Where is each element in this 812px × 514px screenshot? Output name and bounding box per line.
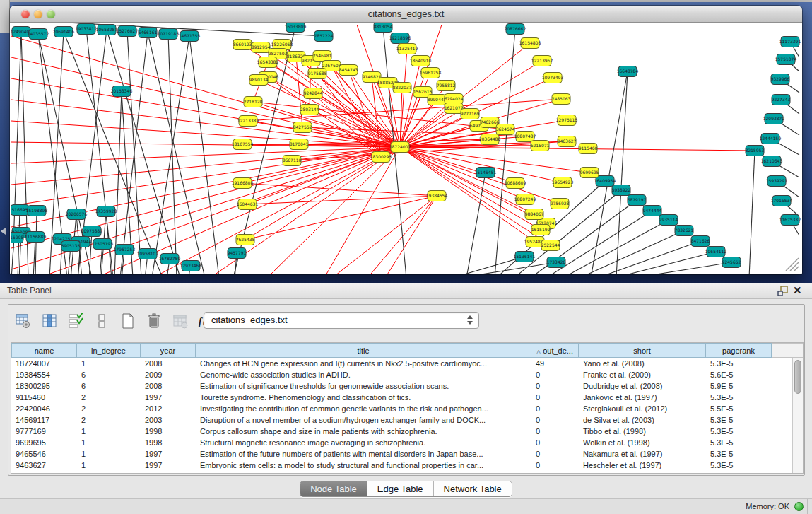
graph-node[interactable]: 3915998 bbox=[11, 233, 24, 243]
graph-node[interactable]: 16961758 bbox=[420, 68, 442, 78]
graph-node[interactable]: 8454743 bbox=[339, 65, 358, 76]
table-cell[interactable]: 2008 bbox=[141, 358, 196, 369]
table-cell[interactable]: 1 bbox=[77, 426, 141, 437]
table-cell[interactable]: Disruption of a novel member of a sodium… bbox=[196, 414, 531, 426]
table-cell[interactable]: 22420046 bbox=[11, 403, 77, 414]
graph-node[interactable]: 9699695 bbox=[580, 168, 599, 178]
graph-node[interactable]: 12975115 bbox=[556, 115, 578, 126]
graph-hub-node[interactable]: 18724007 bbox=[389, 142, 411, 153]
tab-node-table[interactable]: Node Table bbox=[300, 481, 367, 496]
table-selector-dropdown[interactable]: citations_edges.txt bbox=[204, 312, 479, 329]
window-resize-grip[interactable] bbox=[786, 258, 799, 271]
graph-node[interactable]: 3624574 bbox=[496, 124, 515, 135]
table-cell[interactable]: 0 bbox=[531, 414, 579, 426]
table-cell[interactable]: 5.5E-5 bbox=[706, 403, 772, 414]
graph-node[interactable]: 7546981 bbox=[313, 51, 332, 62]
graph-node[interactable]: 7485063 bbox=[552, 94, 571, 105]
graph-edge[interactable] bbox=[749, 151, 755, 274]
table-cell[interactable]: Genome-wide association studies in ADHD. bbox=[196, 369, 531, 380]
graph-node[interactable]: 2803144 bbox=[300, 105, 319, 115]
graph-edge[interactable] bbox=[385, 196, 437, 274]
table-row[interactable]: 977716911998Corpus callosum shape and si… bbox=[11, 426, 793, 437]
table-cell[interactable]: 1 bbox=[77, 460, 141, 471]
graph-node[interactable]: 16782759 bbox=[159, 254, 181, 264]
graph-node[interactable]: 19166808 bbox=[232, 178, 254, 189]
table-cell[interactable]: 6 bbox=[77, 369, 141, 380]
table-cell[interactable]: 5.6E-5 bbox=[706, 369, 772, 380]
table-cell[interactable]: 14569117 bbox=[11, 414, 77, 426]
graph-node[interactable]: 12505195 bbox=[92, 239, 114, 250]
network-window-titlebar[interactable]: citations_edges.txt bbox=[10, 6, 802, 23]
graph-node[interactable]: 20876662 bbox=[505, 24, 526, 35]
column-header-out_de[interactable]: △out_de... bbox=[531, 343, 579, 358]
table-row[interactable]: 1456911722003Disruption of a novel membe… bbox=[11, 414, 793, 426]
column-header-name[interactable]: name bbox=[11, 343, 77, 358]
table-cell[interactable]: 49 bbox=[531, 358, 579, 369]
tab-network-table[interactable]: Network Table bbox=[434, 481, 512, 496]
graph-node[interactable]: 8215953 bbox=[746, 146, 765, 156]
table-cell[interactable]: 9115460 bbox=[11, 392, 77, 403]
graph-edge[interactable] bbox=[625, 262, 731, 274]
graph-node[interactable]: 11675332 bbox=[779, 215, 801, 226]
graph-node[interactable]: 20691406 bbox=[53, 27, 75, 37]
table-row[interactable]: 1830029562008Estimation of significance … bbox=[11, 380, 793, 392]
table-cell[interactable]: 5.3E-5 bbox=[706, 460, 772, 471]
graph-node[interactable]: 20153346 bbox=[111, 86, 133, 97]
select-visible-columns-icon[interactable] bbox=[66, 312, 85, 330]
table-cell[interactable]: Yano et al. (2008) bbox=[579, 358, 706, 369]
window-minimize-button[interactable] bbox=[34, 10, 42, 18]
graph-edge[interactable] bbox=[245, 196, 437, 240]
graph-node[interactable]: 9242844 bbox=[304, 88, 323, 99]
graph-node[interactable]: 7625435 bbox=[236, 235, 255, 245]
graph-node[interactable]: 12093872 bbox=[763, 114, 785, 124]
network-window[interactable]: citations_edges.txt 12490404140355722069… bbox=[10, 6, 802, 274]
table-cell[interactable]: Investigating the contribution of common… bbox=[196, 403, 531, 414]
table-cell[interactable]: 0 bbox=[531, 426, 579, 437]
graph-node[interactable]: 17016534 bbox=[771, 196, 793, 206]
table-cell[interactable]: Wolkin et al. (1998) bbox=[579, 437, 706, 448]
graph-node[interactable]: 10958107 bbox=[137, 249, 159, 259]
graph-node[interactable]: 20364486 bbox=[479, 134, 501, 145]
graph-node[interactable]: 19654923 bbox=[552, 177, 574, 188]
graph-node[interactable]: 2522544 bbox=[541, 240, 560, 251]
graph-node[interactable]: 18300295 bbox=[370, 152, 392, 163]
graph-node[interactable]: 17957253 bbox=[114, 245, 136, 255]
graph-node[interactable]: 16044631 bbox=[237, 199, 259, 210]
graph-node[interactable]: 8471626 bbox=[691, 236, 710, 247]
graph-node[interactable]: 1615192 bbox=[531, 225, 551, 235]
graph-node[interactable]: 6216071 bbox=[531, 141, 550, 151]
graph-edge[interactable] bbox=[242, 183, 437, 196]
table-cell[interactable]: 19384554 bbox=[11, 369, 77, 380]
table-cell[interactable]: 1 bbox=[77, 358, 141, 369]
column-header-pagerank[interactable]: pagerank bbox=[706, 343, 772, 358]
table-row[interactable]: 946554611997Estimation of the future num… bbox=[11, 448, 793, 460]
graph-node[interactable]: 11156889 bbox=[25, 232, 47, 243]
table-row[interactable]: 1872400712008Changes of HCN gene express… bbox=[11, 358, 793, 369]
table-cell[interactable]: Dudbridge et al. (2008) bbox=[579, 380, 706, 392]
table-cell[interactable]: Hescheler et al. (1997) bbox=[579, 460, 706, 471]
table-cell[interactable]: Embryonic stem cells: a model to study s… bbox=[196, 460, 531, 471]
graph-node[interactable]: 15136141 bbox=[514, 252, 536, 262]
table-cell[interactable]: Changes of HCN gene expression and I(f) … bbox=[196, 358, 531, 369]
graph-node[interactable]: 20206576 bbox=[66, 209, 88, 220]
graph-node[interactable]: 8667110 bbox=[283, 156, 302, 166]
table-cell[interactable]: 0 bbox=[531, 369, 579, 380]
graph-node[interactable]: 9756928 bbox=[551, 199, 570, 209]
graph-node[interactable]: 2718120 bbox=[244, 97, 263, 107]
graph-node[interactable]: 8990448 bbox=[428, 95, 447, 105]
delete-table-icon[interactable] bbox=[145, 312, 163, 330]
window-zoom-button[interactable] bbox=[47, 10, 55, 18]
graph-edge[interactable] bbox=[313, 93, 400, 147]
show-column-icon[interactable] bbox=[40, 312, 59, 330]
graph-node[interactable]: 6466161 bbox=[139, 28, 158, 38]
create-table-icon[interactable] bbox=[119, 312, 137, 330]
graph-edge[interactable] bbox=[152, 36, 189, 274]
graph-node[interactable]: 9227343 bbox=[772, 95, 791, 105]
graph-node[interactable]: 5938922 bbox=[612, 185, 631, 196]
table-panel-titlebar[interactable]: Table Panel ✕ bbox=[0, 283, 812, 299]
table-cell[interactable]: 5.3E-5 bbox=[706, 358, 772, 369]
graph-edge[interactable] bbox=[168, 34, 177, 274]
graph-edge[interactable] bbox=[248, 99, 561, 121]
graph-edge[interactable] bbox=[11, 36, 400, 147]
table-cell[interactable]: 5.3E-5 bbox=[706, 414, 772, 426]
